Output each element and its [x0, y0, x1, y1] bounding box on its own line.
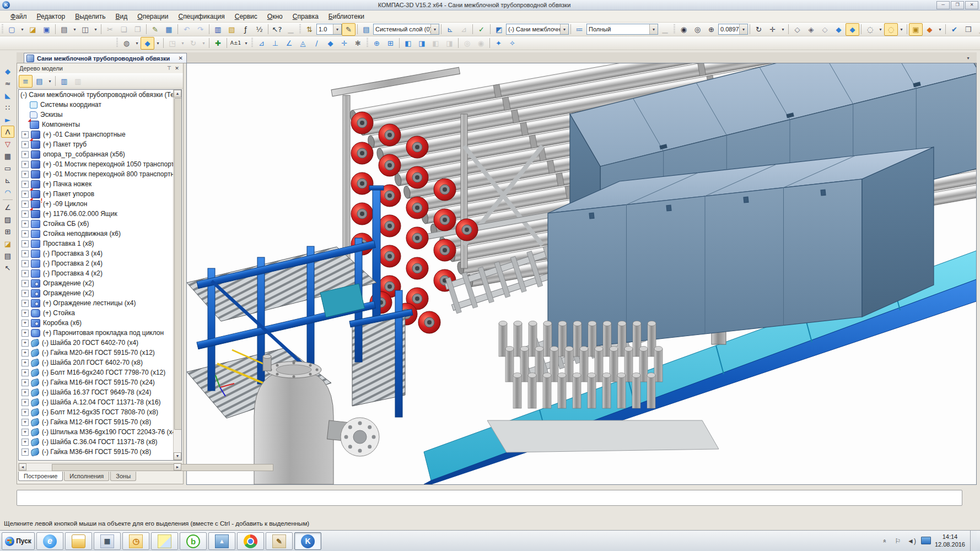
scroll-down-icon[interactable]: ▼ [174, 452, 181, 460]
expand-toggle-icon[interactable]: + [21, 300, 29, 307]
collapse-panel-2-button[interactable]: ▁ [658, 23, 672, 36]
tree-item-13[interactable]: +(+) 1176.06.02.000 Ящик [19, 209, 181, 219]
position-component-button[interactable]: ✚ [211, 37, 225, 50]
zoom-in-button[interactable]: ⊕ [704, 23, 718, 36]
scroll-right-icon[interactable]: ► [174, 463, 181, 471]
expand-toggle-icon[interactable]: + [21, 250, 29, 257]
show-desktop-button[interactable] [970, 531, 977, 551]
tree-item-14[interactable]: +Стойка СБ (x6) [19, 219, 181, 229]
tree-item-6[interactable]: +(+) Пакет труб [19, 139, 181, 149]
rough-display-dropdown[interactable]: ▾ [133, 38, 141, 48]
rebuild-dropdown[interactable]: ▾ [243, 38, 250, 48]
tree-item-15[interactable]: +Стойка неподвижная (x6) [19, 229, 181, 239]
paste-button[interactable]: ❐ [131, 23, 144, 36]
plane-angle-button[interactable]: ∠ [282, 37, 296, 50]
mate-coincident-button[interactable]: ✦ [492, 37, 505, 50]
fillet-button[interactable]: ◎ [460, 37, 474, 50]
add-standard-component-button[interactable]: ⊞ [384, 37, 397, 50]
cut-button[interactable]: ✂ [103, 23, 117, 36]
expand-toggle-icon[interactable]: + [21, 290, 29, 297]
variables-button[interactable]: ▥ [211, 23, 225, 36]
simplified-display-button[interactable]: ◌ [884, 23, 898, 36]
tree-item-10[interactable]: +(+) Пачка ножек [19, 179, 181, 189]
hide-objects-dropdown[interactable]: ▾ [877, 24, 884, 35]
tree-horizontal-scrollbar[interactable]: ◄ ► [18, 463, 182, 471]
shaded-display-button[interactable]: ◆ [141, 37, 154, 50]
menu-help[interactable]: Справка [288, 11, 324, 22]
save-document-button[interactable]: ▣ [40, 23, 53, 36]
tree-vertical-scrollbar[interactable]: ▲ ▼ [173, 90, 181, 460]
taskbar-app-paint[interactable]: ✎ [266, 532, 293, 550]
rotate-component-dropdown[interactable]: ▾ [200, 38, 207, 48]
tree-item-33[interactable]: +(-) Болт М12-6gx35 ГОСТ 7808-70 (x8) [19, 407, 181, 417]
zoom-all-button[interactable]: ◎ [691, 23, 704, 36]
context-help-button[interactable]: ↖? [270, 23, 284, 36]
cut-extrude-button[interactable]: ◧ [429, 37, 443, 50]
print-document-button[interactable]: ▤ [1, 250, 14, 262]
rotate-view-button[interactable]: ↻ [752, 23, 766, 36]
expand-toggle-icon[interactable]: + [21, 389, 29, 396]
scroll-left-icon[interactable]: ◄ [19, 463, 26, 471]
tree-item-12[interactable]: +!(+) -09 Циклон [19, 199, 181, 209]
tree-item-31[interactable]: +(-) Шайба 16.37 ГОСТ 9649-78 (x24) [19, 387, 181, 397]
tab-versions[interactable]: Исполнения [64, 472, 109, 481]
tree-composition-button[interactable]: ▤ [33, 75, 46, 88]
tree-composition-dropdown[interactable]: ▾ [46, 76, 53, 87]
taskbar-app-sticky-notes[interactable] [151, 532, 178, 550]
expand-toggle-icon[interactable]: + [21, 359, 29, 366]
measure-compass-button[interactable]: Λ [1, 126, 14, 138]
network-icon[interactable] [921, 537, 930, 546]
pin-icon[interactable]: ⊤ [165, 65, 173, 72]
documents-folder-button[interactable]: ◪ [1, 237, 14, 250]
zoom-area-button[interactable]: ◉ [677, 23, 691, 36]
expand-toggle-icon[interactable]: + [21, 399, 29, 406]
points-button[interactable]: ∷ [1, 101, 14, 114]
spreadsheet-button[interactable]: ▦ [162, 23, 176, 36]
tab-zones[interactable]: Зоны [110, 472, 136, 481]
expand-toggle-icon[interactable]: + [21, 369, 29, 376]
scrollbar-thumb[interactable] [174, 98, 182, 430]
shaded-display-dropdown[interactable]: ▾ [154, 38, 161, 48]
tree-item-25[interactable]: +(+) Паронитовая прокладка под циклон [19, 328, 181, 338]
plane-offset-button[interactable]: ⊿ [255, 37, 268, 50]
clip-area-button[interactable]: ◆ [923, 23, 936, 36]
print-preview-dropdown[interactable]: ▾ [92, 24, 99, 35]
zoom-scale[interactable]: 0.0897▾ [718, 24, 748, 35]
display-wireframe-button[interactable]: ◇ [790, 23, 804, 36]
taskbar-app-photo-viewer[interactable]: ▲ [208, 532, 235, 550]
selection-filter-button[interactable]: ▽ [1, 138, 14, 150]
display-shaded-button[interactable]: ◆ [832, 23, 846, 36]
current-layer-dropdown-icon[interactable]: ▾ [430, 24, 439, 34]
step-snap-button[interactable]: ⇅ [303, 23, 316, 36]
toolbar-overflow-button[interactable]: ▁ [975, 23, 980, 36]
expand-toggle-icon[interactable]: + [21, 141, 29, 148]
tree-item-8[interactable]: +(+) -01 Мостик переходной 1050 транспор… [19, 159, 181, 169]
expand-toggle-icon[interactable]: + [21, 230, 29, 237]
menu-file[interactable]: Файл [6, 11, 32, 22]
tree-item-16[interactable]: +Проставка 1 (x8) [19, 239, 181, 249]
tree-item-24[interactable]: +Коробка (x6) [19, 318, 181, 328]
relations-report-disabled-button[interactable]: ▥ [71, 75, 85, 88]
expand-toggle-icon[interactable]: + [21, 161, 29, 168]
boss-extrude-button[interactable]: ◧ [401, 37, 415, 50]
tree-detail-button[interactable]: ≔ [573, 23, 586, 36]
menu-libraries[interactable]: Библиотеки [324, 11, 369, 22]
expand-toggle-icon[interactable]: + [21, 449, 29, 456]
object-types-button[interactable]: ▧ [225, 23, 239, 36]
rough-display-button[interactable]: ◍ [120, 37, 133, 50]
new-window-button[interactable]: ❒ [961, 23, 975, 36]
taskbar-app-kompas-3d[interactable]: K [294, 532, 321, 550]
copy-properties-button[interactable]: ✎ [148, 23, 162, 36]
taskbar-app-calculator[interactable]: ▦ [94, 532, 121, 550]
cut-revolve-button[interactable]: ◨ [443, 37, 456, 50]
orientation-button[interactable]: ✛ [766, 23, 779, 36]
selection-arrow-button[interactable]: ► [1, 114, 14, 126]
start-button[interactable]: Пуск [2, 532, 35, 550]
edit-part-button[interactable]: ◆ [1, 65, 14, 77]
new-document-dropdown[interactable]: ▾ [19, 24, 26, 35]
tree-item-37[interactable]: +(-) Гайка М36-6Н ГОСТ 5915-70 (x8) [19, 447, 181, 457]
print-preview-button[interactable]: ◫ [78, 23, 92, 36]
tree-item-28[interactable]: +(-) Шайба 20Л ГОСТ 6402-70 (x8) [19, 358, 181, 368]
functions-button[interactable]: ƒ [239, 23, 252, 36]
tree-item-36[interactable]: +(-) Шайба С.36.04 ГОСТ 11371-78 (x8) [19, 437, 181, 447]
